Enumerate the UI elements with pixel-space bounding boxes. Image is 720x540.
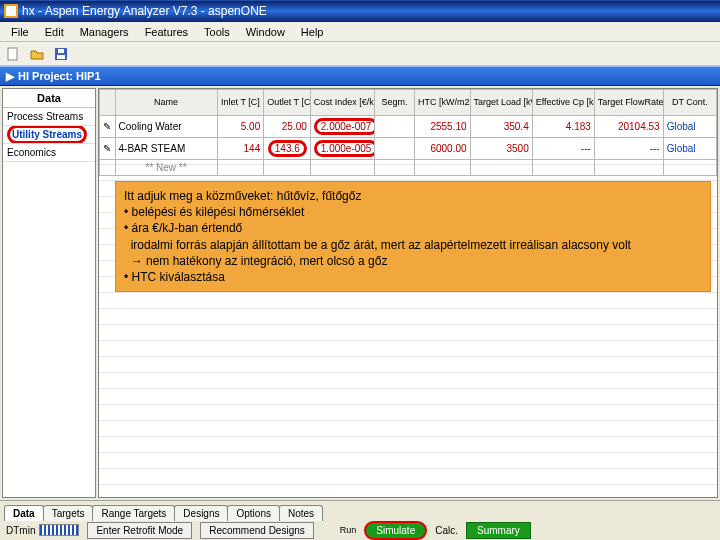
col-outlet[interactable]: Outlet T [C] [264, 90, 311, 116]
cell-htc[interactable]: 2555.10 [415, 116, 470, 138]
annotation-line: • HTC kiválasztása [124, 269, 702, 285]
annotation-box: Itt adjuk meg a közműveket: hűtővíz, fűt… [115, 181, 711, 292]
annotation-line: • belépési és kilépési hőmérséklet [124, 204, 702, 220]
col-pencil [100, 90, 116, 116]
cell-load[interactable]: 3500 [470, 138, 532, 160]
col-htc[interactable]: HTC [kW/m2K] [415, 90, 470, 116]
open-icon[interactable] [28, 45, 46, 63]
col-name[interactable]: Name [115, 90, 217, 116]
dtmin-label: DTmin [6, 525, 35, 536]
table-row[interactable]: ✎ Cooling Water 5.00 25.00 2.000e-007 25… [100, 116, 717, 138]
cell-cp[interactable]: 4.183 [532, 116, 594, 138]
table-row-new[interactable]: ** New ** [100, 160, 717, 176]
cell-name[interactable]: 4-BAR STEAM [115, 138, 217, 160]
pencil-icon[interactable]: ✎ [100, 138, 116, 160]
summary-button[interactable]: Summary [466, 522, 531, 539]
main-panel: Name Inlet T [C] Outlet T [C] Cost Index… [98, 88, 718, 498]
sidebar-item-economics[interactable]: Economics [3, 144, 95, 162]
svg-rect-4 [57, 55, 65, 59]
cell-cost[interactable]: 1.000e-005 [310, 138, 374, 160]
workspace: Data Process Streams Utility Streams Eco… [0, 86, 720, 500]
dtmin-input[interactable] [39, 524, 79, 536]
app-icon [4, 4, 18, 18]
cell-inlet[interactable]: 144 [217, 138, 264, 160]
cell-inlet[interactable]: 5.00 [217, 116, 264, 138]
window-title: hx - Aspen Energy Analyzer V7.3 - aspenO… [22, 4, 267, 18]
cell-cp[interactable]: --- [532, 138, 594, 160]
recommend-designs-button[interactable]: Recommend Designs [200, 522, 314, 539]
annotation-line: irodalmi forrás alapján állítottam be a … [124, 237, 702, 253]
cell-dt[interactable]: Global [663, 138, 716, 160]
bottom-area: Data Targets Range Targets Designs Optio… [0, 500, 720, 540]
save-icon[interactable] [52, 45, 70, 63]
sidebar-highlight: Utility Streams [7, 126, 87, 144]
sidebar: Data Process Streams Utility Streams Eco… [2, 88, 96, 498]
data-grid[interactable]: Name Inlet T [C] Outlet T [C] Cost Index… [99, 89, 717, 176]
bottom-toolbar: DTmin Enter Retrofit Mode Recommend Desi… [0, 521, 720, 541]
toolbar [0, 42, 720, 66]
menu-window[interactable]: Window [239, 24, 292, 40]
col-segm[interactable]: Segm. [375, 90, 415, 116]
cell-outlet[interactable]: 25.00 [264, 116, 311, 138]
sidebar-item-process-streams[interactable]: Process Streams [3, 108, 95, 126]
tab-options[interactable]: Options [227, 505, 279, 521]
col-inlet[interactable]: Inlet T [C] [217, 90, 264, 116]
menu-edit[interactable]: Edit [38, 24, 71, 40]
cell-cost[interactable]: 2.000e-007 [310, 116, 374, 138]
col-load[interactable]: Target Load [kW] [470, 90, 532, 116]
cell-flow[interactable]: --- [594, 138, 663, 160]
menu-help[interactable]: Help [294, 24, 331, 40]
menu-features[interactable]: Features [138, 24, 195, 40]
annotation-line: Itt adjuk meg a közműveket: hűtővíz, fűt… [124, 188, 702, 204]
svg-rect-2 [8, 48, 17, 60]
tab-range-targets[interactable]: Range Targets [92, 505, 175, 521]
enter-retrofit-button[interactable]: Enter Retrofit Mode [87, 522, 192, 539]
menu-bar: File Edit Managers Features Tools Window… [0, 22, 720, 42]
cell-htc[interactable]: 6000.00 [415, 138, 470, 160]
cell-load[interactable]: 350.4 [470, 116, 532, 138]
cell-new[interactable]: ** New ** [115, 160, 217, 176]
sidebar-header: Data [3, 89, 95, 108]
cell-segm[interactable] [375, 138, 415, 160]
calc-label: Calc. [435, 525, 458, 536]
col-cost[interactable]: Cost Index [€/kJ] [310, 90, 374, 116]
col-flow[interactable]: Target FlowRate [t/h] [594, 90, 663, 116]
menu-tools[interactable]: Tools [197, 24, 237, 40]
bottom-tabs: Data Targets Range Targets Designs Optio… [0, 501, 720, 521]
window-title-bar: hx - Aspen Energy Analyzer V7.3 - aspenO… [0, 0, 720, 22]
sidebar-item-utility-streams[interactable]: Utility Streams [3, 126, 95, 144]
svg-rect-1 [6, 6, 16, 16]
arrow-icon: ▶ [6, 70, 14, 83]
project-bar: ▶ HI Project: HIP1 [0, 66, 720, 86]
pencil-icon[interactable]: ✎ [100, 116, 116, 138]
simulate-button[interactable]: Simulate [364, 521, 427, 540]
cell-outlet[interactable]: 143.6 [264, 138, 311, 160]
annotation-line: → nem hatékony az integráció, mert olcsó… [124, 253, 702, 269]
cell-name[interactable]: Cooling Water [115, 116, 217, 138]
col-cp[interactable]: Effective Cp [kJ/kgK] [532, 90, 594, 116]
cell-segm[interactable] [375, 116, 415, 138]
annotation-line: • ára €/kJ-ban értendő [124, 220, 702, 236]
col-dt[interactable]: DT Cont. [663, 90, 716, 116]
menu-file[interactable]: File [4, 24, 36, 40]
tab-targets[interactable]: Targets [43, 505, 94, 521]
tab-notes[interactable]: Notes [279, 505, 323, 521]
menu-managers[interactable]: Managers [73, 24, 136, 40]
project-title: HI Project: HIP1 [18, 70, 101, 82]
svg-rect-5 [58, 49, 64, 53]
table-row[interactable]: ✎ 4-BAR STEAM 144 143.6 1.000e-005 6000.… [100, 138, 717, 160]
tab-data[interactable]: Data [4, 505, 44, 521]
cell-flow[interactable]: 20104.53 [594, 116, 663, 138]
tab-designs[interactable]: Designs [174, 505, 228, 521]
run-label: Run [340, 525, 357, 535]
new-icon[interactable] [4, 45, 22, 63]
cell-dt[interactable]: Global [663, 116, 716, 138]
